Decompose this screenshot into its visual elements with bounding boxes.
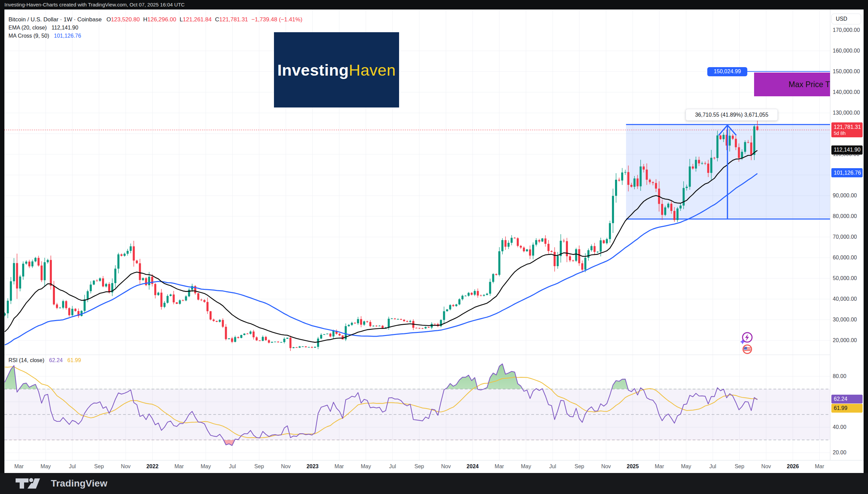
measurement-tooltip: 36,710.55 (41.89%) 3,671,055 <box>686 109 778 121</box>
candle <box>455 304 457 306</box>
candle <box>259 340 261 341</box>
candle <box>716 135 718 158</box>
price-axis[interactable]: 170,000.00160,000.00150,000.00140,000.00… <box>830 10 864 460</box>
candle <box>244 334 246 335</box>
candle <box>621 173 623 181</box>
candle <box>71 309 73 315</box>
price-axis-label: 40,000.00 <box>833 296 857 302</box>
us-flag-icon[interactable] <box>743 345 752 354</box>
candle <box>713 158 715 158</box>
price-axis-label: 20,000.00 <box>833 337 857 343</box>
time-axis-label: May <box>41 463 51 470</box>
ma-cross-legend[interactable]: MA Cross (9, 50)101,126.76 <box>8 33 81 39</box>
price-axis-label: 90,000.00 <box>833 193 857 199</box>
candle <box>563 241 565 242</box>
candlestick-chart[interactable] <box>4 10 830 460</box>
candle <box>590 246 592 250</box>
candle <box>277 342 279 342</box>
candle <box>391 318 393 319</box>
time-axis-label: Mar <box>655 463 664 470</box>
time-axis-label: Nov <box>761 463 771 470</box>
candle <box>96 281 98 281</box>
tradingview-wordmark[interactable]: TradingView <box>51 478 108 489</box>
candle <box>44 262 46 280</box>
candle <box>695 160 697 169</box>
candle <box>692 167 694 169</box>
candle <box>458 299 460 304</box>
candle <box>470 293 472 294</box>
time-axis-label: May <box>521 463 531 470</box>
candle <box>139 263 141 280</box>
candle <box>41 265 43 280</box>
tradingview-icon[interactable] <box>14 476 46 491</box>
candle <box>234 337 236 342</box>
candle <box>160 292 162 307</box>
time-axis-label: 2024 <box>466 463 479 470</box>
time-axis-label: Sep <box>735 463 744 470</box>
lightning-icon[interactable] <box>740 332 752 344</box>
candle <box>600 241 602 252</box>
ema-price-label: 112,141.90 <box>831 146 863 155</box>
time-axis-label: Sep <box>574 463 584 470</box>
candle <box>738 147 740 158</box>
ema-legend[interactable]: EMA (20, close)112,141.90 <box>8 25 78 31</box>
candle <box>323 334 325 335</box>
candle <box>133 246 135 260</box>
time-axis-label: Jul <box>709 463 716 470</box>
candle <box>698 160 700 163</box>
candle <box>572 260 574 261</box>
time-axis-label: Sep <box>254 463 264 470</box>
candle <box>87 291 89 299</box>
candle <box>416 328 418 328</box>
candle <box>25 262 27 264</box>
currency-button[interactable]: USD <box>831 14 861 24</box>
time-axis-label: 2023 <box>307 463 319 470</box>
candle <box>293 347 295 348</box>
candle <box>382 326 384 328</box>
candle <box>587 250 589 258</box>
pane-separator[interactable] <box>4 355 830 355</box>
time-axis[interactable]: MarMayJulSepNov2022MarMayJulSepNov2023Ma… <box>4 460 864 473</box>
candle <box>90 284 92 291</box>
candle <box>332 331 334 336</box>
candle <box>504 240 506 247</box>
candle <box>366 321 368 322</box>
rsi-legend[interactable]: RSI (14, close) 62.24 61.99 <box>8 357 81 363</box>
target-price-label[interactable]: 150,024.99 <box>707 67 747 76</box>
candle <box>296 347 298 348</box>
candle <box>16 263 18 288</box>
candle <box>120 254 122 255</box>
candle <box>483 295 485 296</box>
candle <box>400 319 402 320</box>
ma-price-label: 101,126.76 <box>831 168 863 177</box>
candle <box>566 241 568 256</box>
candle <box>287 338 289 339</box>
candle <box>231 338 233 342</box>
candle <box>486 293 488 295</box>
symbol-legend[interactable]: Bitcoin / U.S. Dollar · 1W · Coinbase O1… <box>8 16 303 23</box>
candle <box>422 328 424 329</box>
window-title: Investing-Haven-Charts created with Trad… <box>0 0 868 10</box>
candle <box>526 249 528 251</box>
max-price-callout[interactable]: Max Price T <box>754 73 830 96</box>
candle <box>179 300 181 304</box>
candle <box>271 342 273 342</box>
candle <box>53 286 55 304</box>
candle <box>32 261 34 266</box>
chart-action-icons[interactable] <box>738 329 756 355</box>
price-axis-label: 70,000.00 <box>833 234 857 240</box>
candle <box>609 223 611 239</box>
candle <box>446 309 448 311</box>
candle <box>612 196 614 224</box>
candle <box>314 347 316 347</box>
candle <box>237 337 239 338</box>
candle <box>397 319 399 320</box>
rsi-axis-label: 80.00 <box>833 373 846 379</box>
candle <box>753 127 755 155</box>
candle <box>652 182 654 183</box>
candle <box>379 326 381 326</box>
time-axis-label: Jul <box>69 463 76 470</box>
candle <box>213 319 215 321</box>
candle <box>428 327 430 327</box>
candle <box>167 296 169 303</box>
